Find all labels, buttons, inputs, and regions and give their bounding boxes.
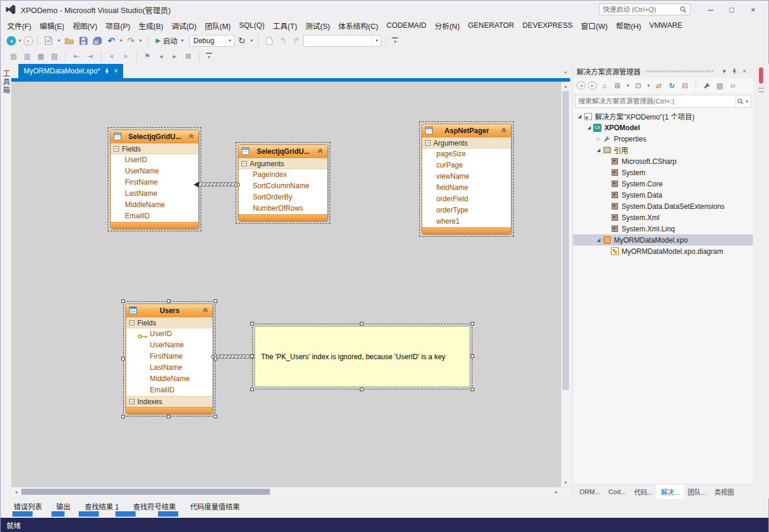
- selection-handle[interactable]: [167, 415, 170, 418]
- se-properties-icon[interactable]: [702, 80, 712, 91]
- close-button[interactable]: ×: [742, 2, 764, 17]
- entity-field[interactable]: SortOrderBy: [239, 192, 327, 203]
- entity-field[interactable]: UserName: [111, 166, 198, 177]
- quick-launch-box[interactable]: [599, 4, 690, 15]
- se-switch-views-dropdown-icon[interactable]: ▾: [625, 83, 630, 88]
- document-tab[interactable]: MyORMDataModel.xpo* ×: [18, 64, 123, 78]
- panel-drag-grip[interactable]: [645, 70, 715, 73]
- vertical-scrollbar[interactable]: ▴ ▾: [561, 82, 570, 487]
- section-header-fields[interactable]: − Fields: [111, 143, 198, 154]
- entity-field[interactable]: UserName: [126, 340, 213, 351]
- selection-handle[interactable]: [121, 357, 125, 360]
- menu-devexpress[interactable]: DEVEXPRESS: [519, 20, 577, 31]
- collapse-chevron-icon[interactable]: [202, 307, 210, 315]
- tab-class-view[interactable]: 类视图: [710, 485, 738, 499]
- increase-indent-icon[interactable]: ⇥: [84, 50, 96, 62]
- entity-aspnetpager[interactable]: AspNetPager − Arguments pageSize curPage…: [421, 124, 511, 234]
- menu-codemaid[interactable]: CODEMAID: [382, 20, 430, 31]
- decrease-indent-icon[interactable]: ⇤: [70, 50, 82, 62]
- tree-item-reference[interactable]: System: [573, 167, 753, 178]
- clear-bookmarks-icon[interactable]: ⊠: [182, 50, 194, 62]
- complete-word-icon[interactable]: ▧: [49, 50, 60, 62]
- document-list-dropdown-icon[interactable]: ▾: [564, 70, 567, 75]
- comment-icon[interactable]: «: [106, 50, 118, 62]
- next-bookmark-icon[interactable]: ▸: [169, 50, 181, 62]
- pin-icon[interactable]: [104, 68, 110, 75]
- tree-item-xpo-diagram[interactable]: MyORMDataModel.xpo.diagram: [573, 246, 753, 257]
- entity-field[interactable]: fieldName: [422, 182, 511, 194]
- navigate-back-global-icon[interactable]: ↰: [277, 34, 289, 47]
- previous-bookmark-icon[interactable]: ◂: [155, 50, 167, 62]
- selection-handle[interactable]: [471, 322, 474, 325]
- selection-handle[interactable]: [360, 388, 363, 391]
- entity-field[interactable]: MiddleName: [126, 373, 213, 385]
- selection-handle[interactable]: [250, 322, 254, 325]
- solution-search-box[interactable]: ▾: [575, 95, 751, 108]
- search-icon[interactable]: ▾: [735, 95, 751, 107]
- redo-button[interactable]: ↷: [125, 34, 137, 47]
- navigate-forward-global-icon[interactable]: ↱: [290, 34, 302, 47]
- selection-handle[interactable]: [121, 415, 125, 418]
- tree-item-solution[interactable]: 解决方案"XPODemo"(1 个项目): [573, 111, 753, 122]
- entity-field[interactable]: EmailID: [111, 211, 198, 222]
- se-filter-dropdown-icon[interactable]: ▾: [646, 83, 651, 88]
- new-item-dropdown-icon[interactable]: ▾: [56, 38, 62, 43]
- tab-orm-toolbox[interactable]: ORM...: [575, 486, 604, 498]
- menu-sql[interactable]: SQL(Q): [235, 20, 269, 31]
- collapse-section-icon[interactable]: −: [129, 320, 134, 325]
- scroll-left-icon[interactable]: ◂: [11, 488, 21, 496]
- se-forward-icon[interactable]: ▸: [588, 81, 597, 90]
- find-combo-dropdown-icon[interactable]: ▾: [372, 36, 381, 46]
- pin-icon[interactable]: [729, 68, 739, 75]
- entity-field[interactable]: pageSize: [422, 149, 511, 160]
- menu-window[interactable]: 窗口(W): [577, 18, 612, 33]
- browser-link-icon[interactable]: ↻: [236, 34, 247, 47]
- menu-debug[interactable]: 调试(D): [168, 18, 201, 33]
- selection-handle[interactable]: [250, 388, 254, 391]
- connector-endpoint-handle[interactable]: [237, 183, 240, 186]
- uncomment-icon[interactable]: »: [120, 50, 131, 62]
- se-pending-changes-filter-icon[interactable]: ⊡: [633, 80, 643, 91]
- document-icon[interactable]: [263, 34, 276, 47]
- se-home-icon[interactable]: ⌂: [599, 80, 610, 91]
- tree-item-reference[interactable]: System.Core: [573, 178, 753, 189]
- search-dropdown-icon[interactable]: ▾: [745, 99, 750, 104]
- section-header-indexes[interactable]: − Indexes: [126, 396, 213, 407]
- collapse-section-icon[interactable]: −: [114, 146, 119, 151]
- entity-field[interactable]: NumberOfRows: [239, 203, 327, 214]
- expand-arrow-icon[interactable]: [585, 125, 593, 130]
- solution-explorer-header[interactable]: 解决方案资源管理器 ▾ ×: [573, 64, 753, 78]
- entity-header[interactable]: AspNetPager: [422, 124, 511, 137]
- navigate-forward-icon[interactable]: ▸: [24, 36, 33, 46]
- menu-help[interactable]: 帮助(H): [612, 18, 645, 33]
- menu-architecture[interactable]: 体系结构(C): [334, 18, 382, 33]
- tree-item-reference[interactable]: System.Xml: [573, 212, 753, 223]
- section-header-arguments[interactable]: − Arguments: [239, 158, 327, 169]
- selection-handle[interactable]: [471, 388, 474, 391]
- scroll-up-icon[interactable]: ▴: [561, 82, 570, 91]
- designer-canvas[interactable]: SelectjqGridU... − Fields UserID UserNam…: [11, 82, 570, 487]
- new-item-button[interactable]: [42, 34, 55, 47]
- solution-search-input[interactable]: [575, 95, 735, 107]
- collapse-section-icon[interactable]: −: [129, 399, 134, 404]
- start-debug-button[interactable]: ▶ 启动 ▾: [152, 34, 188, 47]
- expand-arrow-icon[interactable]: [595, 147, 602, 153]
- entity-field[interactable]: FirstName: [126, 351, 213, 362]
- list-members-icon[interactable]: ▤: [8, 50, 20, 62]
- entity-field[interactable]: orderType: [422, 205, 511, 216]
- menu-tools[interactable]: 工具(T): [269, 18, 301, 33]
- find-combo[interactable]: ▾: [303, 35, 381, 47]
- entity-field[interactable]: EmailID: [126, 385, 213, 396]
- save-all-button[interactable]: [91, 34, 104, 47]
- section-header-fields[interactable]: − Fields: [126, 317, 213, 328]
- entity-header[interactable]: SelectjqGridU...: [239, 145, 327, 158]
- notifications-indicator[interactable]: [759, 67, 763, 83]
- close-icon[interactable]: ×: [114, 67, 118, 75]
- tree-item-reference[interactable]: System.Data.DataSetExtensions: [573, 201, 753, 212]
- association-connector[interactable]: [199, 182, 238, 186]
- tree-item-reference[interactable]: Microsoft.CSharp: [573, 156, 753, 167]
- tree-item-xpo-model[interactable]: MyORMDataModel.xpo: [573, 234, 753, 246]
- menu-edit[interactable]: 编辑(E): [36, 18, 69, 33]
- maximize-button[interactable]: □: [721, 2, 742, 17]
- menu-build[interactable]: 生成(B): [134, 18, 168, 33]
